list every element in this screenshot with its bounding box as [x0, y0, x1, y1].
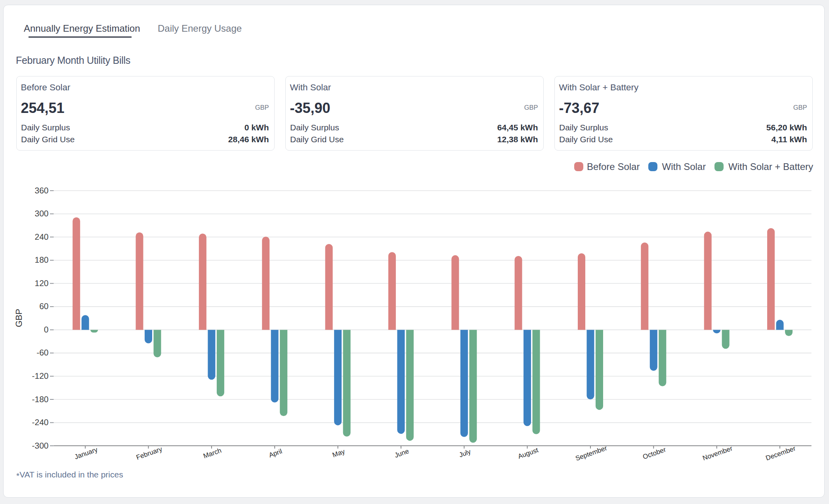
svg-text:-300: -300: [32, 441, 48, 451]
svg-text:-240: -240: [32, 418, 48, 427]
svg-text:240: 240: [34, 233, 48, 242]
svg-text:180: 180: [34, 256, 48, 265]
svg-text:-120: -120: [32, 372, 48, 381]
svg-text:June: June: [393, 447, 410, 459]
svg-text:360: 360: [34, 186, 48, 195]
svg-text:-180: -180: [32, 395, 48, 404]
svg-text:May: May: [331, 448, 346, 459]
svg-text:November: November: [702, 445, 734, 462]
svg-text:September: September: [575, 444, 608, 462]
svg-text:-60: -60: [36, 348, 48, 357]
svg-text:60: 60: [39, 302, 48, 311]
svg-text:January: January: [74, 446, 99, 461]
svg-text:February: February: [135, 445, 163, 462]
svg-text:300: 300: [34, 209, 48, 218]
svg-text:August: August: [517, 446, 539, 460]
svg-text:December: December: [765, 445, 797, 462]
svg-text:April: April: [268, 447, 283, 459]
svg-text:July: July: [458, 448, 472, 459]
svg-text:GBP: GBP: [14, 309, 24, 327]
svg-text:October: October: [642, 446, 667, 461]
svg-text:120: 120: [34, 279, 48, 288]
svg-text:March: March: [202, 447, 222, 460]
svg-text:0: 0: [44, 325, 49, 334]
